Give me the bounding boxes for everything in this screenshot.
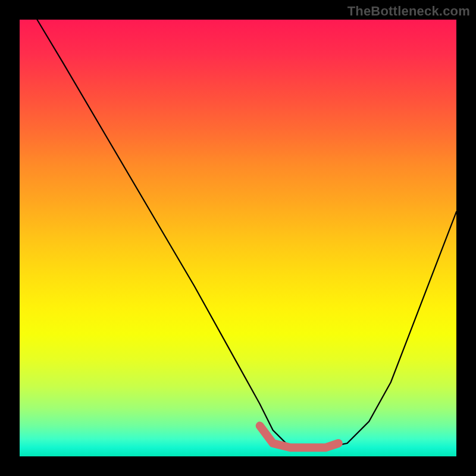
chart-frame: TheBottleneck.com — [0, 0, 476, 476]
curve-layer — [20, 20, 456, 456]
watermark-text: TheBottleneck.com — [347, 4, 470, 19]
plot-area — [20, 20, 456, 456]
bottleneck-curve-line — [37, 20, 456, 447]
optimal-range-highlight — [260, 426, 339, 448]
